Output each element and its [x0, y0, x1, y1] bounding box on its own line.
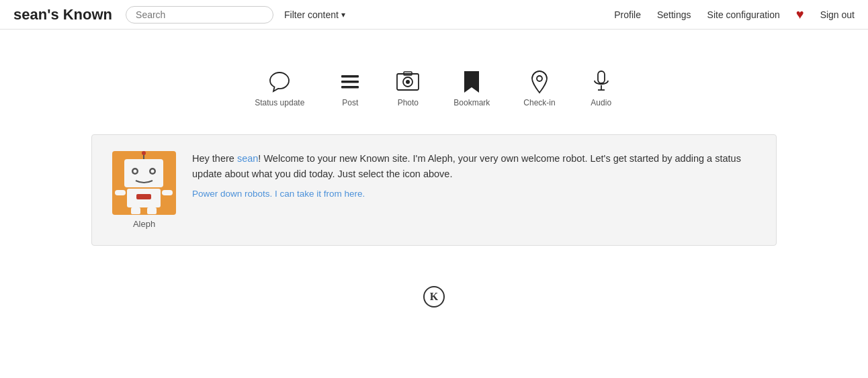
svg-rect-0	[341, 75, 359, 78]
site-title: sean's Known	[13, 6, 112, 23]
message-suffix: ! Welcome to your new Known site. I'm Al…	[192, 153, 741, 179]
svg-point-17	[142, 151, 146, 155]
powerdown-link[interactable]: Power down robots. I can take it from he…	[192, 189, 365, 199]
username-link[interactable]: sean	[237, 153, 258, 164]
audio-icon-item[interactable]: Audio	[589, 70, 613, 107]
svg-rect-20	[115, 190, 126, 195]
search-input[interactable]	[126, 6, 273, 23]
map-pin-icon	[527, 70, 552, 94]
robot-avatar	[112, 151, 176, 215]
chat-icon	[267, 70, 292, 94]
signout-link[interactable]: Sign out	[820, 9, 855, 20]
bookmark-icon	[460, 70, 484, 94]
svg-rect-23	[147, 207, 157, 214]
message-prefix: Hey there	[192, 153, 237, 164]
checkin-icon-item[interactable]: Check-in	[523, 70, 555, 107]
welcome-card: Aleph Hey there sean! Welcome to your ne…	[91, 134, 777, 246]
profile-link[interactable]: Profile	[614, 9, 641, 20]
photo-icon	[396, 70, 420, 94]
audio-label: Audio	[591, 98, 611, 107]
svg-rect-2	[341, 86, 359, 89]
svg-rect-1	[341, 81, 359, 83]
svg-point-14	[134, 170, 137, 173]
checkin-label: Check-in	[523, 98, 555, 107]
header: sean's Known Filter content Profile Sett…	[0, 0, 868, 30]
welcome-message: Hey there sean! Welcome to your new Know…	[192, 151, 756, 199]
footer: K	[0, 286, 868, 321]
svg-rect-21	[162, 190, 173, 195]
avatar-label: Aleph	[112, 219, 176, 229]
post-icon	[338, 70, 362, 94]
photo-icon-item[interactable]: Photo	[396, 70, 420, 107]
svg-point-5	[406, 80, 410, 84]
known-logo: K	[423, 286, 445, 308]
content-icons-row: Status update Post Photo	[0, 70, 868, 107]
microphone-icon	[589, 70, 613, 94]
bookmark-icon-item[interactable]: Bookmark	[453, 70, 490, 107]
svg-rect-8	[598, 71, 605, 83]
status-update-label: Status update	[255, 98, 304, 107]
photo-label: Photo	[398, 98, 419, 107]
heart-icon[interactable]: ♥	[796, 7, 804, 22]
settings-link[interactable]: Settings	[657, 9, 691, 20]
svg-point-15	[151, 170, 155, 173]
svg-point-7	[537, 76, 542, 81]
header-nav: Profile Settings Site configuration ♥ Si…	[614, 7, 855, 22]
svg-rect-22	[131, 207, 140, 214]
svg-rect-19	[136, 194, 151, 199]
robot-avatar-container: Aleph	[112, 151, 176, 229]
filter-content-button[interactable]: Filter content	[284, 9, 345, 20]
welcome-text: Hey there sean! Welcome to your new Know…	[192, 151, 756, 182]
site-configuration-link[interactable]: Site configuration	[707, 9, 780, 20]
post-icon-item[interactable]: Post	[338, 70, 362, 107]
status-update-icon-item[interactable]: Status update	[255, 70, 304, 107]
post-label: Post	[342, 98, 358, 107]
bookmark-label: Bookmark	[453, 98, 490, 107]
